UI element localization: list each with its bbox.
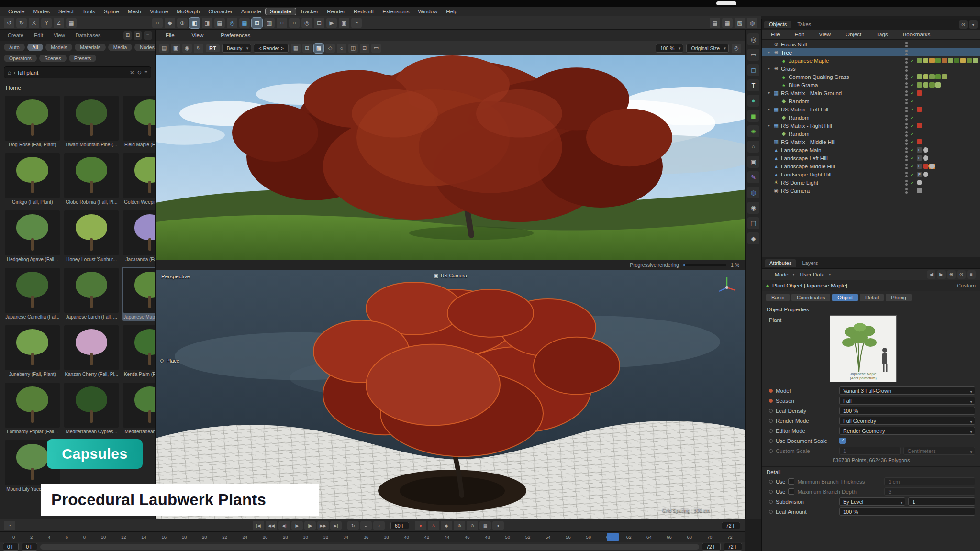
object-name[interactable]: Landscape Main (781, 147, 821, 153)
toolbar-icon[interactable]: ⊞ (302, 44, 312, 53)
expand-arrow-icon[interactable]: ▾ (767, 123, 771, 128)
panel-tab[interactable]: Create (3, 32, 28, 39)
object-row[interactable]: ◆ Random (762, 97, 980, 105)
tag-chip[interactable] (917, 90, 922, 96)
menu-item[interactable]: File (767, 31, 784, 38)
field-value[interactable]: 3 (884, 487, 975, 496)
asset-plant-card[interactable]: Mediterranean Cypres... (63, 382, 120, 436)
toolbar-icon[interactable]: ≡ (967, 270, 976, 279)
tag-chip[interactable] (917, 180, 922, 185)
toolbar-icon[interactable]: ○ (747, 141, 759, 153)
menu-item[interactable]: Modes (29, 8, 55, 15)
rt-button[interactable]: RT (206, 44, 220, 52)
field-value-2[interactable]: 1 (908, 497, 975, 506)
enabled-check-icon[interactable] (909, 107, 915, 112)
expand-arrow-icon[interactable]: ▾ (767, 107, 771, 111)
render-view-canvas[interactable] (156, 55, 745, 260)
tag-chip[interactable] (917, 82, 922, 88)
menu-item[interactable]: Volume (145, 8, 172, 15)
object-row[interactable]: ▾ ⊕ Grass (762, 65, 980, 73)
asset-plant-card[interactable]: Kanzan Cherry (Fall, Pl... (63, 324, 120, 378)
panel-tab[interactable]: Objects (764, 21, 791, 28)
menu-item[interactable]: Window (413, 8, 442, 15)
tag-chip[interactable]: F (917, 164, 922, 169)
panel-tab[interactable]: Layers (797, 259, 823, 267)
asset-plant-card[interactable]: Hedgehog Agave (Fall... (4, 209, 61, 264)
menu-item[interactable]: Spline (100, 8, 123, 15)
object-row[interactable]: ♠ Blue Grama (762, 81, 980, 89)
range-start-field-2[interactable]: 0 F (22, 543, 37, 551)
toolbar-icon[interactable]: ◔ (351, 18, 362, 28)
toolbar-icon[interactable]: ⊕ (747, 125, 759, 137)
menu-item[interactable]: Render (323, 8, 349, 15)
perspective-viewport[interactable]: Perspective ▣ RS Camera ◇ Place Grid Spa… (156, 270, 745, 519)
visibility-dots[interactable] (905, 147, 908, 153)
filter-button[interactable]: Presets (69, 55, 97, 62)
toolbar-icon[interactable]: X (29, 18, 39, 28)
toolbar-icon[interactable]: ↻ (194, 44, 203, 53)
tag-chip[interactable] (942, 74, 947, 79)
tag-chip[interactable] (917, 74, 922, 79)
field-value[interactable]: Full Geometry (839, 417, 975, 425)
tag-chip[interactable] (917, 107, 922, 112)
asset-plant-card[interactable]: Juneberry (Fall, Plant) (4, 324, 61, 378)
panel-tab[interactable]: Takes (792, 21, 816, 28)
object-row[interactable]: ◉ RS Camera (762, 187, 980, 195)
size-dropdown[interactable]: Original Size (686, 44, 729, 53)
enabled-check-icon[interactable] (909, 74, 915, 79)
field-value[interactable]: 1 (839, 447, 901, 455)
range-track[interactable] (40, 544, 699, 550)
object-row[interactable]: ▾ ▦ RS Matrix - Left Hill (762, 105, 980, 113)
visibility-dots[interactable] (905, 42, 908, 47)
toolbar-icon[interactable]: |◀ (253, 521, 264, 530)
clock-icon[interactable]: ◔ (4, 521, 15, 530)
toolbar-icon[interactable]: ⊞ (252, 18, 262, 28)
tag-chip[interactable] (917, 188, 922, 193)
asset-plant-card[interactable]: Dog-Rose (Fall, Plant) (4, 95, 61, 149)
menu-item[interactable]: Create (4, 8, 29, 15)
range-end-field[interactable]: 72 F (702, 543, 721, 551)
filter-button[interactable]: Auto (4, 44, 25, 51)
toolbar-icon[interactable]: ▦ (291, 44, 301, 53)
toolbar-icon[interactable]: ◼ (747, 110, 759, 122)
tag-chip[interactable]: F (917, 172, 922, 177)
toolbar-icon[interactable]: ▤ (710, 18, 720, 28)
enabled-check-icon[interactable] (909, 139, 915, 144)
toolbar-icon[interactable]: ◎ (227, 18, 237, 28)
visibility-dots[interactable] (905, 131, 908, 137)
asset-plant-card[interactable]: Kentia Palm (Fall, Plant) (122, 324, 156, 378)
object-row[interactable]: ▦ RS Matrix - Middle Hill (762, 138, 980, 146)
panel-tab[interactable]: Edit (29, 32, 48, 39)
expand-arrow-icon[interactable]: ▾ (767, 91, 771, 95)
menu-item[interactable]: Object (841, 31, 866, 38)
toolbar-icon[interactable]: ▦ (722, 18, 733, 28)
toolbar-icon[interactable]: ♦ (492, 521, 504, 530)
toolbar-icon[interactable]: ◻ (747, 64, 759, 76)
range-start-field[interactable]: 0 F (3, 543, 19, 551)
tag-chip[interactable] (923, 58, 928, 63)
asset-plant-card[interactable]: Dwarf Mountain Pine (... (63, 95, 120, 149)
toolbar-icon[interactable]: ⊟ (134, 31, 142, 40)
object-name[interactable]: Common Quaking Grass (789, 74, 849, 80)
expand-arrow-icon[interactable]: ▾ (767, 66, 771, 71)
toolbar-icon[interactable]: ◧ (189, 18, 200, 28)
tag-chip[interactable] (923, 172, 928, 177)
toolbar-icon[interactable]: ◎ (747, 33, 759, 45)
toolbar-icon[interactable]: ○ (337, 44, 346, 53)
toolbar-icon[interactable]: ▭ (747, 49, 759, 61)
plant-preview-thumbnail[interactable]: Japanese Maple (Acer palmatum) (830, 315, 897, 382)
object-name[interactable]: Random (789, 131, 809, 137)
tag-chip[interactable] (923, 74, 928, 79)
object-name[interactable]: Random (789, 99, 809, 104)
field-value[interactable]: 100 % (839, 407, 975, 415)
toolbar-icon[interactable]: ↺ (4, 18, 14, 28)
asset-plant-card[interactable]: Honey Locust 'Sunbur... (63, 209, 120, 264)
visibility-dots[interactable] (905, 188, 908, 194)
search-input[interactable] (18, 70, 127, 76)
menu-item[interactable]: Extensions (378, 8, 413, 15)
keyframe-marker[interactable] (769, 500, 773, 504)
toolbar-icon[interactable]: ▥ (264, 18, 275, 28)
menu-item[interactable]: Bookmarks (899, 31, 935, 38)
toolbar-icon[interactable]: ⊙ (957, 270, 966, 279)
toolbar-icon[interactable]: ↻ (347, 521, 359, 530)
